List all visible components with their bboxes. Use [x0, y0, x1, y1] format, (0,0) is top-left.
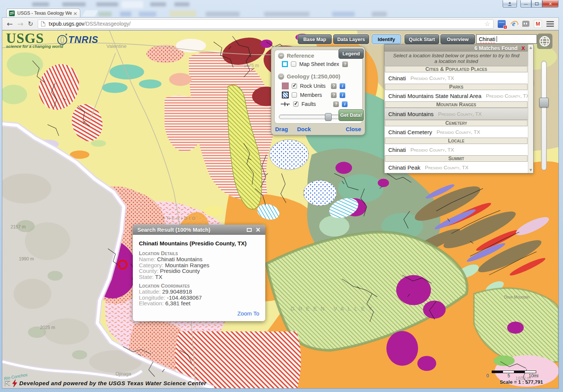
result-name: Chinati Mountains State Natural Area [388, 93, 481, 99]
result-category: Mountain Ranges [385, 101, 528, 108]
matches-found-text: 6 Matches Found [474, 45, 517, 51]
location-details-header: Location Details [139, 250, 259, 256]
background-app-smudge [150, 2, 166, 6]
result-category: Cemetery [385, 120, 528, 126]
minimize-button[interactable]: — [520, 0, 531, 8]
tab-title: USGS - Texas Geology We [17, 11, 72, 16]
popup-maximize-icon[interactable] [247, 228, 252, 232]
legend-button[interactable]: Legend [338, 49, 364, 59]
result-item[interactable]: Chinati Mountains State Natural Area Pre… [385, 90, 528, 101]
browser-toolbar: ← → ↻ txpub.usgs.gov/DSS/texasgeology/ ☆… [2, 17, 559, 30]
result-name: Chinati [388, 147, 406, 153]
faults-checkbox[interactable] [293, 101, 298, 107]
result-category: Locale [385, 138, 528, 144]
base-map-button[interactable]: Base Map [298, 34, 332, 44]
rock-units-label: Rock Units [300, 83, 328, 89]
maximize-button[interactable] [531, 0, 542, 8]
address-bar[interactable]: txpub.usgs.gov/DSS/texasgeology/ ☆ [38, 19, 494, 29]
background-app-smudge [332, 12, 355, 17]
collapse-icon[interactable]: – [278, 74, 284, 80]
result-item[interactable]: Chinati Peak Presidio County, TX [385, 162, 528, 173]
error-badge: x [503, 25, 507, 29]
result-item-selected[interactable]: Chinati Mountains Presidio County, TX [385, 108, 528, 120]
result-item[interactable]: Chinati Presidio County, TX [385, 144, 528, 155]
tnris-globe-icon [57, 35, 67, 45]
data-layers-button[interactable]: Data Layers [333, 34, 369, 44]
help-icon[interactable]: ? [331, 83, 337, 89]
result-item[interactable]: Chinati Presidio County, TX [385, 72, 528, 84]
info-icon[interactable]: i [342, 101, 348, 107]
faults-symbol [280, 101, 290, 107]
bookmark-star-icon[interactable]: ☆ [485, 20, 490, 28]
drag-link[interactable]: Drag [275, 126, 288, 132]
result-detail: Presidio County, TX [486, 93, 530, 99]
extension-icon-blue[interactable]: x [498, 20, 506, 28]
result-category: Parks [385, 84, 528, 90]
help-icon[interactable]: ? [333, 101, 339, 107]
results-instruction: Select a location listed below or press … [385, 52, 528, 66]
result-category: Summit [385, 155, 528, 162]
popup-close-icon[interactable]: × [255, 227, 261, 233]
attribution-arrow-icon[interactable]: ⇱ [5, 379, 10, 387]
info-icon[interactable]: i [340, 92, 345, 98]
identify-button[interactable]: Identify [372, 34, 401, 44]
profile-button[interactable] [503, 0, 517, 8]
scroll-up-icon[interactable]: ▲ [529, 46, 532, 49]
extension-icon-voice-bubble[interactable] [522, 20, 530, 28]
browser-tab[interactable]: USGS - Texas Geology We × [6, 8, 80, 18]
members-checkbox[interactable] [292, 92, 297, 98]
extension-icon-gmail[interactable]: M [534, 20, 542, 28]
result-detail: Presidio County, TX [425, 165, 469, 170]
result-name: Chinati [388, 75, 406, 81]
results-close-icon[interactable]: X [521, 45, 525, 51]
search-results-panel: 6 Matches Found X Select a location list… [384, 44, 534, 173]
close-link[interactable]: Close [346, 126, 361, 132]
back-button[interactable]: ← [7, 20, 13, 28]
quick-start-button[interactable]: Quick Start [405, 34, 439, 44]
result-item[interactable]: Chinati Cemetery Presidio County, TX [385, 126, 528, 138]
background-app-smudge [32, 2, 49, 6]
transparency-slider-thumb[interactable] [325, 113, 332, 121]
help-icon[interactable]: ? [331, 92, 337, 98]
extension-icon-ie[interactable]: e [510, 20, 518, 28]
detail-row: Elevation: 6,381 feet [139, 300, 259, 306]
popup-titlebar[interactable]: Search Result (100% Match) × [133, 225, 265, 235]
overview-button[interactable]: Overview [440, 34, 475, 44]
rock-units-checkbox[interactable] [292, 83, 297, 89]
info-icon[interactable]: i [340, 83, 345, 89]
forward-button[interactable]: → [17, 20, 23, 28]
attribution-text: Developed and powered by the USGS Texas … [19, 380, 206, 386]
chrome-menu-button[interactable] [546, 21, 554, 27]
geology-section-title: Geology (1:250,000) [287, 73, 340, 80]
url-host: txpub.usgs.gov [49, 21, 84, 27]
person-icon [507, 2, 512, 6]
get-data-button[interactable]: Get Data! [338, 109, 364, 121]
zoom-slider-track[interactable] [541, 61, 547, 170]
desktop: — ✕ USGS - Texas Geology We × ← → ↻ txpu… [0, 0, 563, 392]
results-scrollbar[interactable]: ▲ ▼ [528, 44, 533, 173]
globe-home-button[interactable] [537, 34, 552, 49]
detail-row: Category: Mountain Ranges [139, 262, 259, 268]
background-app-smudge [264, 12, 309, 17]
layers-panel: Legend – Reference Map Sheet Index ? – G… [271, 46, 365, 135]
refresh-button[interactable]: ↻ [28, 21, 33, 27]
location-search-input[interactable]: Chinati [476, 34, 537, 44]
result-name: Chinati Mountains [388, 111, 434, 117]
detail-row: Latitude: 29.9048918 [139, 289, 259, 295]
tab-close-icon[interactable]: × [73, 11, 77, 16]
scroll-down-icon[interactable]: ▼ [529, 168, 532, 172]
zoom-slider-thumb[interactable] [539, 98, 549, 107]
map-sheet-swatch [282, 61, 288, 67]
collapse-icon[interactable]: – [278, 53, 284, 59]
background-app-smudge [120, 12, 131, 17]
help-icon[interactable]: ? [342, 61, 348, 67]
zoom-to-link[interactable]: Zoom To [139, 310, 259, 317]
map-sheet-checkbox[interactable] [291, 61, 296, 67]
new-tab-button[interactable] [82, 10, 98, 17]
transparency-slider-track[interactable] [279, 115, 343, 119]
results-header: 6 Matches Found X [385, 44, 528, 52]
background-app-smudge [170, 11, 196, 17]
dock-link[interactable]: Dock [297, 126, 311, 132]
search-result-popup: Search Result (100% Match) × Chinati Mou… [133, 225, 265, 321]
close-button[interactable]: ✕ [542, 0, 558, 8]
